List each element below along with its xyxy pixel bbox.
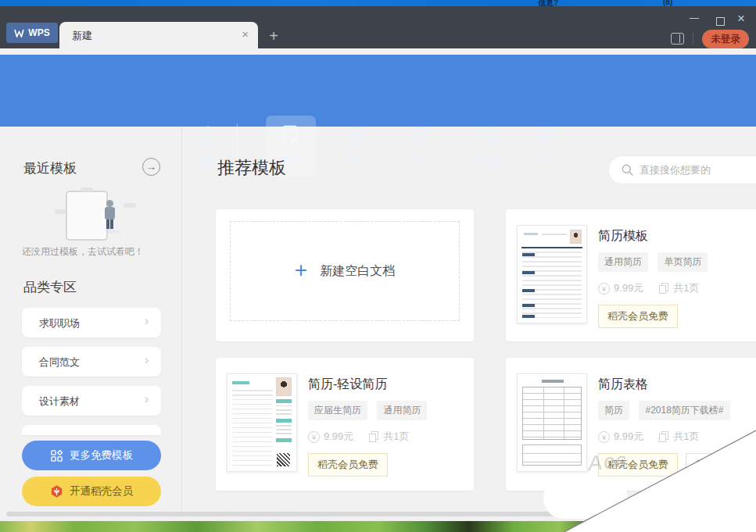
new-blank-document-card[interactable]: + 新建空白文档 (216, 209, 474, 341)
search-icon (622, 164, 633, 176)
open-member-label: 开通稻壳会员 (70, 484, 133, 498)
open-member-button[interactable]: 开通稻壳会员 (22, 477, 161, 506)
chevron-right-icon: › (145, 353, 149, 367)
member-free-badge: 稻壳会员免费 (308, 453, 388, 477)
minimize-button[interactable]: — (690, 12, 699, 23)
template-card-resume[interactable]: 简历模板 通用简历 单页简历 ¥ 9.99元 共1页 稻壳会员免费 (506, 209, 756, 341)
nav-label: 演示 (396, 154, 446, 168)
thumb-decor (522, 445, 582, 466)
recent-templates-title: 最近模板 (23, 159, 77, 177)
template-card-resume-table[interactable]: 简历表格 简历 #2018简历下载榜# ¥ 9.99元 共1页 稻壳会员免费 使… (506, 358, 756, 491)
thumb-decor (564, 387, 564, 439)
sidebar: 最近模板 → 还没用过模板，去试试看吧！ 品类专区 求职职场 › 合同范文 › … (0, 127, 182, 512)
tab-new[interactable]: 新建 × (59, 22, 258, 48)
template-price: 9.99元 (614, 430, 643, 444)
nav-item-presentation[interactable]: 演示 (396, 123, 446, 168)
document-icon (278, 123, 302, 147)
sidebar-item-job[interactable]: 求职职场 › (22, 308, 161, 337)
thumb-decor (276, 405, 292, 416)
thumb-decor (232, 381, 249, 384)
price-icon: ¥ (598, 431, 610, 443)
thumb-decor (542, 380, 564, 383)
template-pages: 共1页 (383, 430, 409, 444)
thumb-decor (276, 438, 292, 442)
star-icon (196, 123, 220, 147)
thumb-decor (543, 387, 544, 439)
sidebar-item-design[interactable]: 设计素材 › (22, 386, 161, 416)
wps-logo-button[interactable]: WPS (6, 23, 58, 43)
category-label: 合同范文 (39, 355, 80, 370)
thumb-decor (232, 390, 273, 466)
thumb-decor (276, 399, 292, 403)
category-section-title: 品类专区 (23, 278, 77, 296)
dashed-drop-area: + 新建空白文档 (230, 221, 460, 321)
thumb-decor (522, 289, 535, 292)
template-tag[interactable]: 应届生简历 (308, 401, 367, 420)
desktop-icon-text: 信息? (538, 0, 558, 6)
nav-item-h5[interactable]: H5 (525, 123, 575, 166)
wps-w-icon (14, 29, 24, 37)
template-title: 简历-轻设简历 (308, 377, 469, 393)
watermark-text: Acc (587, 448, 629, 476)
sidebar-item-partial[interactable] (22, 425, 161, 435)
chevron-right-icon: › (145, 314, 149, 328)
pages-icon (369, 431, 378, 442)
person-figure (105, 207, 115, 220)
nav-item-mindmap[interactable]: 脑图 (462, 123, 512, 168)
nav-label: 表格 (331, 154, 381, 168)
template-title: 简历表格 (598, 377, 756, 393)
login-button[interactable]: 未登录 (702, 30, 749, 48)
new-tab-button[interactable]: + (264, 27, 283, 46)
thumb-qr-code (277, 453, 290, 466)
cloud-decor (124, 203, 136, 208)
use-template-button[interactable]: 使用该模板 (686, 453, 755, 477)
thumb-decor (522, 252, 582, 318)
horizontal-scrollbar[interactable] (6, 512, 741, 516)
template-tag[interactable]: 简历 (598, 401, 629, 420)
grid-icon (50, 449, 63, 462)
template-price: 9.99元 (614, 281, 643, 295)
person-head (106, 200, 113, 207)
mindmap-icon (475, 123, 499, 147)
template-title: 简历模板 (598, 228, 756, 245)
empty-state-illustration (55, 186, 141, 248)
desktop-taskbar-strip (0, 521, 756, 532)
window-close-button[interactable]: × (737, 11, 745, 27)
template-tag[interactable]: 单页简历 (657, 252, 708, 272)
tab-close-icon[interactable]: × (242, 27, 249, 41)
desktop-icon-text: (8) (663, 0, 672, 6)
thumb-decor (522, 253, 535, 256)
clipboard-decor (66, 191, 108, 241)
template-tag[interactable]: 通用简历 (377, 401, 427, 420)
chevron-right-icon: › (145, 392, 149, 406)
app-type-banner: 我的 文字 表格 演示 (0, 55, 756, 127)
sidebar-toggle-icon[interactable] (671, 33, 684, 45)
titlebar-divider (693, 33, 693, 45)
search-input[interactable] (640, 164, 756, 176)
sidebar-item-contract[interactable]: 合同范文 › (22, 347, 161, 377)
thumb-decor (522, 304, 535, 307)
template-tag[interactable]: 通用简历 (598, 252, 648, 272)
tab-label: 新建 (72, 29, 92, 43)
desktop-background-strip: 信息? (8) (0, 0, 756, 6)
thumb-decor (522, 271, 535, 274)
maximize-button[interactable] (716, 17, 725, 26)
template-thumbnail (517, 225, 587, 323)
search-box[interactable] (608, 155, 756, 184)
price-icon: ¥ (598, 283, 610, 295)
template-pages: 共1页 (673, 430, 699, 444)
category-label: 求职职场 (39, 316, 80, 330)
presentation-icon (410, 123, 433, 147)
template-tag[interactable]: #2018简历下载榜# (639, 401, 729, 420)
template-pages: 共1页 (673, 281, 699, 295)
more-free-templates-button[interactable]: 更多免费模板 (22, 441, 161, 470)
nav-item-spreadsheet[interactable]: 表格 (331, 123, 381, 168)
person-legs (106, 220, 113, 229)
recent-templates-empty-text: 还没用过模板，去试试看吧！ (22, 245, 144, 259)
thumb-decor (521, 247, 582, 248)
recent-templates-more-button[interactable]: → (142, 158, 160, 176)
nav-label: 脑图 (462, 154, 512, 168)
thumb-decor (275, 377, 292, 468)
template-card-light-resume[interactable]: 简历-轻设简历 应届生简历 通用简历 ¥ 9.99元 共1页 稻壳会员免费 (216, 358, 474, 491)
template-thumbnail (227, 373, 297, 472)
